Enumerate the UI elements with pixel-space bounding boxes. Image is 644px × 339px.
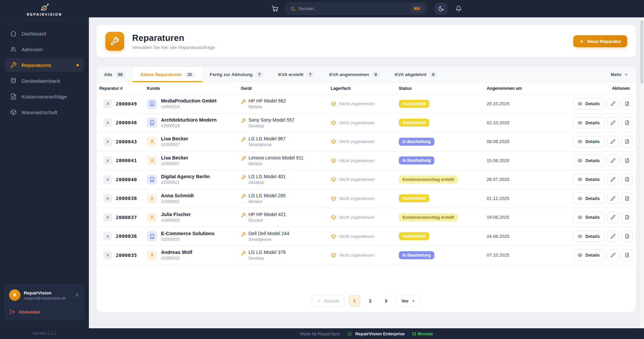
notifications-button[interactable] — [455, 5, 462, 12]
eye-icon — [578, 196, 583, 201]
tab-label: Fertig zur Abholung — [210, 72, 253, 77]
hash-icon: # — [103, 118, 112, 127]
document-button[interactable] — [621, 212, 633, 223]
cart-button[interactable] — [271, 5, 278, 12]
edit-button[interactable] — [607, 136, 619, 147]
sidebar-item-label: Gerätedatenbank — [21, 78, 60, 84]
scrollbar-thumb[interactable] — [640, 20, 643, 84]
tab[interactable]: Alle 50 — [97, 67, 133, 82]
hash-icon: # — [103, 232, 112, 241]
customer-type-icon — [147, 231, 157, 241]
accepted-date: 20.10.2025 — [487, 101, 570, 106]
sidebar-item-kostenvoranschlaege[interactable]: Kostenvoranschläge — [5, 90, 84, 103]
tab[interactable]: KVA abgelehnt 0 — [387, 67, 445, 82]
document-button[interactable] — [621, 230, 633, 242]
pagination-page-1[interactable]: 1 — [349, 295, 360, 307]
tab[interactable]: Aktive Reparaturen 20 — [133, 67, 202, 82]
storage-cell: Nicht zugewiesen — [331, 139, 399, 144]
logout-button[interactable]: Abmelden — [9, 308, 80, 316]
search-input[interactable] — [299, 6, 408, 11]
status-badge: In Bearbeitung — [399, 251, 434, 259]
pagination-page-3[interactable]: 3 — [380, 295, 392, 307]
search-bar[interactable]: ⌘K — [286, 3, 427, 15]
repair-number-cell: # 2000049 — [99, 99, 147, 108]
user-name: RepairVision — [24, 290, 71, 295]
new-repair-button[interactable]: Neue Reparatur — [573, 35, 627, 47]
details-button[interactable]: Details — [573, 136, 604, 147]
details-button[interactable]: Details — [573, 193, 604, 204]
dark-mode-toggle[interactable] — [435, 3, 447, 15]
edit-button[interactable] — [607, 212, 619, 223]
accepted-date: 15.09.2025 — [487, 158, 570, 163]
more-tabs-button[interactable]: Mehr — [603, 67, 636, 82]
file-icon — [625, 234, 630, 239]
edit-button[interactable] — [607, 250, 619, 261]
wrench-icon — [241, 156, 246, 161]
document-button[interactable] — [621, 193, 633, 204]
separator-dot: · — [343, 331, 344, 336]
tab-label: Alle — [104, 72, 112, 77]
edit-button[interactable] — [607, 98, 619, 110]
device-name: LG LG Model 401 — [249, 174, 286, 179]
package-icon — [331, 177, 336, 182]
building-icon — [149, 233, 155, 239]
storage-status: Nicht zugewiesen — [339, 101, 375, 106]
table-row: # 2000049 MediaProduction GmbH #2000024 — [97, 94, 636, 114]
details-button[interactable]: Details — [573, 250, 604, 261]
file-icon — [625, 196, 630, 201]
details-button[interactable]: Details — [573, 98, 604, 110]
scrollbar[interactable] — [640, 17, 644, 328]
sidebar-item-geraetedatenbank[interactable]: Gerätedatenbank — [5, 74, 84, 87]
hash-icon: # — [103, 194, 112, 203]
sidebar-item-reparaturen[interactable]: Reparaturen — [5, 58, 84, 72]
details-button[interactable]: Details — [573, 117, 604, 128]
sidebar-item-adressen[interactable]: Adressen — [5, 43, 84, 56]
pagination-page-2[interactable]: 2 — [365, 295, 376, 307]
edit-button[interactable] — [607, 230, 619, 242]
table-row: # 2000040 Digital Agency Berlin #2000021 — [97, 170, 636, 189]
device-name: LG LG Model 967 — [249, 136, 286, 141]
sidebar-item-label: Warenwirtschaft — [21, 110, 57, 115]
document-button[interactable] — [621, 250, 633, 261]
hash-icon: # — [103, 137, 112, 146]
hash-icon: # — [103, 175, 112, 184]
sidebar-item-dashboard[interactable]: Dashboard — [5, 27, 84, 40]
edit-button[interactable] — [607, 117, 619, 128]
status-badge: Kostenvoranschlag erstellt — [399, 213, 458, 221]
tab[interactable]: KVA angenommen 0 — [322, 67, 387, 82]
tab[interactable]: Fertig zur Abholung 7 — [202, 67, 271, 82]
document-button[interactable] — [621, 98, 633, 110]
tab[interactable]: KVA erstellt 7 — [271, 67, 322, 82]
device-cell: Sony Sony Model 557 Desktop — [241, 117, 331, 128]
document-button[interactable] — [621, 117, 633, 128]
storage-status: Nicht zugewiesen — [339, 234, 375, 239]
status-badge: In Bearbeitung — [399, 138, 434, 146]
document-button[interactable] — [621, 155, 633, 166]
user-profile[interactable]: R RepairVision support@repairvision.de — [9, 289, 80, 301]
customer-id: #2000005 — [161, 218, 191, 223]
edit-button[interactable] — [607, 174, 619, 185]
pagination-prev-button[interactable]: Zurück — [312, 295, 344, 307]
details-button[interactable]: Details — [573, 155, 604, 166]
details-button[interactable]: Details — [573, 212, 604, 223]
pagination-next-button[interactable]: Vor — [396, 295, 421, 307]
table-row: # 2000041 Lisa Becker #2000007 — [97, 151, 636, 171]
hash-icon: # — [103, 99, 112, 108]
details-button[interactable]: Details — [573, 230, 604, 242]
device-type: Monitor — [249, 161, 304, 166]
tab-count-badge: 0 — [429, 72, 437, 78]
edit-button[interactable] — [607, 193, 619, 204]
person-icon — [149, 139, 155, 144]
customer-id: #2000001 — [161, 199, 194, 204]
pencil-icon — [610, 234, 615, 239]
device-cell: LG LG Model 401 Desktop — [241, 174, 331, 185]
details-button[interactable]: Details — [573, 174, 604, 185]
document-button[interactable] — [621, 136, 633, 147]
edit-button[interactable] — [607, 155, 619, 166]
sidebar-item-warenwirtschaft[interactable]: Warenwirtschaft — [5, 106, 84, 119]
document-button[interactable] — [621, 174, 633, 185]
repair-number-cell: # 2000046 — [99, 118, 147, 127]
storage-cell: Nicht zugewiesen — [331, 252, 399, 258]
customer-name: Julia Fischer — [161, 212, 191, 217]
wrench-icon — [241, 232, 246, 237]
